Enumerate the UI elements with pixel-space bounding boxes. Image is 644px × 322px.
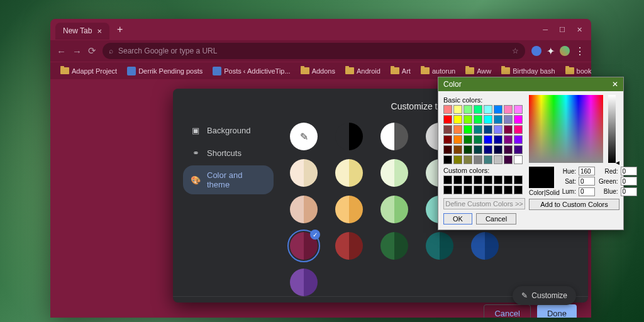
basic-color-swatch[interactable] [514, 135, 523, 144]
forward-icon[interactable]: → [72, 46, 82, 57]
basic-color-swatch[interactable] [504, 125, 513, 134]
bookmark-item[interactable]: Adappt Project [57, 66, 121, 76]
basic-color-swatch[interactable] [453, 115, 462, 124]
basic-color-swatch[interactable] [504, 135, 513, 144]
basic-color-swatch[interactable] [514, 115, 523, 124]
extension-icon[interactable] [531, 46, 541, 56]
basic-color-swatch[interactable] [484, 145, 492, 154]
basic-color-swatch[interactable] [504, 115, 513, 124]
custom-color-slot[interactable] [453, 175, 462, 184]
basic-color-swatch[interactable] [453, 145, 462, 154]
basic-color-swatch[interactable] [474, 105, 482, 114]
add-to-custom-colors-button[interactable]: Add to Custom Colors [529, 199, 619, 210]
custom-color-slot[interactable] [443, 186, 452, 194]
color-swatch[interactable] [335, 159, 363, 187]
basic-color-swatch[interactable] [443, 145, 452, 154]
reload-icon[interactable]: ⟳ [88, 45, 96, 57]
basic-color-swatch[interactable] [494, 115, 502, 124]
color-swatch[interactable] [380, 123, 408, 150]
done-button[interactable]: Done [537, 304, 577, 318]
bookmark-item[interactable]: Birthday bash [497, 66, 558, 76]
browser-tab[interactable]: New Tab × [55, 23, 109, 40]
basic-color-swatch[interactable] [514, 105, 523, 114]
basic-color-swatch[interactable] [494, 105, 502, 114]
basic-color-swatch[interactable] [494, 125, 502, 134]
basic-color-swatch[interactable] [464, 115, 472, 124]
custom-color-slot[interactable] [514, 186, 523, 194]
bookmark-star-icon[interactable]: ☆ [512, 47, 519, 55]
color-swatch[interactable] [290, 196, 318, 223]
color-swatch[interactable] [290, 159, 318, 187]
minimize-icon[interactable]: ─ [543, 26, 548, 34]
color-swatch[interactable] [380, 196, 408, 223]
back-icon[interactable]: ← [57, 46, 66, 57]
sat-input[interactable] [579, 177, 595, 186]
profile-avatar-icon[interactable] [560, 46, 570, 56]
basic-color-swatch[interactable] [494, 155, 502, 164]
basic-color-swatch[interactable] [504, 145, 513, 154]
basic-color-swatch[interactable] [484, 125, 492, 134]
basic-color-swatch[interactable] [443, 115, 452, 124]
cancel-button[interactable]: Cancel [476, 213, 516, 225]
basic-color-swatch[interactable] [453, 125, 462, 134]
url-bar[interactable]: ⌕ Search Google or type a URL ☆ [103, 43, 525, 59]
color-swatch[interactable] [380, 232, 408, 260]
bookmark-item[interactable]: Addons [297, 66, 339, 76]
custom-color-slot[interactable] [504, 175, 513, 184]
close-icon[interactable]: ✕ [612, 80, 618, 89]
sidebar-item-background[interactable]: ▣ Background [183, 120, 274, 140]
bookmark-item[interactable]: Derrik Pending posts [123, 65, 206, 77]
color-swatch[interactable] [335, 232, 363, 260]
bookmark-item[interactable]: Aww [462, 66, 495, 76]
custom-color-slot[interactable] [464, 175, 472, 184]
basic-color-swatch[interactable] [504, 155, 513, 164]
close-window-icon[interactable]: ✕ [577, 26, 582, 34]
custom-color-slot[interactable] [504, 186, 513, 194]
luminance-arrow-icon[interactable]: ◄ [614, 159, 621, 166]
basic-color-swatch[interactable] [474, 145, 482, 154]
basic-color-swatch[interactable] [453, 155, 462, 164]
basic-color-swatch[interactable] [453, 105, 462, 114]
basic-color-swatch[interactable] [514, 145, 523, 154]
color-gradient-area[interactable]: ◄ [529, 95, 603, 163]
custom-color-slot[interactable] [464, 186, 472, 194]
luminance-bar[interactable] [608, 95, 616, 163]
basic-color-swatch[interactable] [464, 125, 472, 134]
basic-color-swatch[interactable] [464, 145, 472, 154]
custom-color-slot[interactable] [494, 186, 502, 194]
color-swatch[interactable]: ✎ [290, 123, 318, 150]
bookmark-item[interactable]: autorun [417, 66, 459, 76]
basic-color-swatch[interactable] [443, 135, 452, 144]
color-swatch[interactable] [335, 196, 363, 223]
extensions-puzzle-icon[interactable]: ✦ [547, 45, 555, 57]
color-swatch[interactable] [290, 269, 318, 296]
basic-color-swatch[interactable] [443, 105, 452, 114]
lum-input[interactable] [579, 187, 595, 196]
color-swatch[interactable] [380, 159, 408, 187]
define-custom-colors-button[interactable]: Define Custom Colors >> [443, 198, 525, 209]
new-tab-button[interactable]: + [117, 24, 123, 35]
color-swatch[interactable] [471, 232, 499, 260]
custom-color-slot[interactable] [474, 186, 482, 194]
color-swatch[interactable] [426, 232, 453, 260]
custom-color-slot[interactable] [484, 186, 492, 194]
sidebar-item-color-theme[interactable]: 🎨 Color and theme [183, 165, 274, 194]
custom-color-slot[interactable] [484, 175, 492, 184]
maximize-icon[interactable]: ☐ [559, 26, 565, 34]
basic-color-swatch[interactable] [443, 125, 452, 134]
custom-color-slot[interactable] [474, 175, 482, 184]
basic-color-swatch[interactable] [443, 155, 452, 164]
color-swatch[interactable] [335, 123, 363, 150]
custom-color-slot[interactable] [494, 175, 502, 184]
hue-input[interactable] [579, 167, 595, 175]
basic-color-swatch[interactable] [494, 145, 502, 154]
basic-color-swatch[interactable] [484, 135, 492, 144]
green-input[interactable] [621, 177, 637, 186]
menu-dots-icon[interactable]: ⋮ [575, 45, 585, 57]
cancel-button[interactable]: Cancel [484, 304, 530, 318]
custom-color-slot[interactable] [453, 186, 462, 194]
sidebar-item-shortcuts[interactable]: ⚭ Shortcuts [183, 143, 274, 163]
bookmark-item[interactable]: Android [341, 66, 384, 76]
basic-color-swatch[interactable] [464, 135, 472, 144]
custom-color-slot[interactable] [443, 175, 452, 184]
